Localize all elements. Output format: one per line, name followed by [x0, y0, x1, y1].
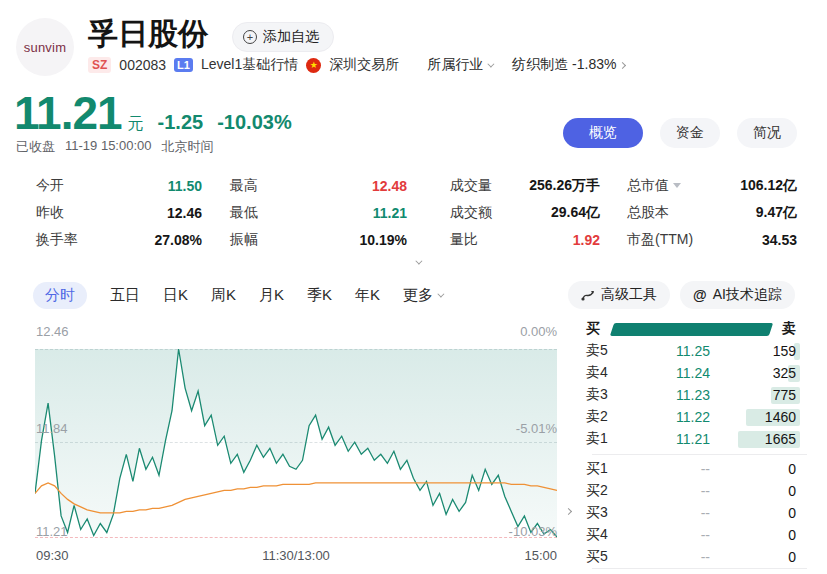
- tab-funds[interactable]: 资金: [660, 118, 720, 148]
- ask-price: 11.23: [628, 387, 710, 403]
- bid-ask-strength-bar: [608, 323, 774, 336]
- current-price: 11.21: [14, 86, 122, 140]
- ask-row-1[interactable]: 卖1 11.21 1665: [586, 428, 796, 450]
- y-axis-top-right: 0.00%: [477, 324, 557, 339]
- stat-label: 总市值: [627, 177, 669, 195]
- market-status-line: 已收盘 11-19 15:00:00 北京时间: [16, 138, 214, 156]
- price-unit: 元: [128, 114, 144, 135]
- tab-profile[interactable]: 简况: [737, 118, 797, 148]
- stat-total-shares: 总股本 9.47亿: [627, 199, 797, 226]
- level1-badge: L1: [174, 58, 193, 72]
- bid-qty: 0: [788, 549, 796, 565]
- market-status: 已收盘: [16, 138, 55, 156]
- tab-overview[interactable]: 概览: [563, 118, 643, 148]
- ask-rows: 卖5 11.25 159 卖4 11.24 325 卖3 11.23 775 卖…: [586, 340, 796, 450]
- ai-track-label: AI技术追踪: [713, 286, 782, 304]
- bid-level: 买4: [586, 526, 628, 544]
- ask-level: 卖4: [586, 364, 628, 382]
- ask-row-5[interactable]: 卖5 11.25 159: [586, 340, 796, 362]
- y-axis-top-left: 12.46: [36, 324, 69, 339]
- bid-qty: 0: [788, 505, 796, 521]
- tab-daily-k[interactable]: 日K: [163, 286, 188, 305]
- tab-intraday[interactable]: 分时: [33, 282, 87, 309]
- stat-turnover-rate: 换手率 27.08%: [36, 226, 202, 253]
- y-axis-bottom-right: -10.03%: [477, 524, 557, 539]
- bid-price: --: [628, 483, 710, 499]
- stats-column-2: 最高 12.48 最低 11.21 振幅 10.19%: [230, 172, 407, 253]
- stat-value: 1.92: [573, 232, 600, 248]
- ask-level: 卖3: [586, 386, 628, 404]
- timezone-label: 北京时间: [162, 138, 214, 156]
- tab-quarterly-k[interactable]: 季K: [307, 286, 332, 305]
- stat-label: 成交额: [450, 204, 492, 222]
- tab-monthly-k[interactable]: 月K: [259, 286, 284, 305]
- tab-weekly-k[interactable]: 周K: [211, 286, 236, 305]
- order-book-bottom-divider: [592, 568, 807, 569]
- bid-qty: 0: [788, 483, 796, 499]
- bid-price: --: [628, 527, 710, 543]
- close-time: 11-19 15:00:00: [65, 138, 152, 156]
- stat-value: 27.08%: [155, 232, 202, 248]
- ask-row-3[interactable]: 卖3 11.23 775: [586, 384, 796, 406]
- x-axis-open: 09:30: [36, 548, 69, 563]
- bid-row-1[interactable]: 买1 -- 0: [586, 458, 796, 480]
- stat-value: 10.19%: [360, 232, 407, 248]
- x-axis-midday: 11:30/13:00: [246, 548, 346, 563]
- add-watchlist-button[interactable]: + 添加自选: [232, 22, 334, 52]
- stat-market-cap: 总市值 106.12亿: [627, 172, 797, 199]
- stat-value: 256.26万手: [529, 177, 600, 195]
- stat-value: 12.46: [167, 205, 202, 221]
- stat-volume-ratio: 量比 1.92: [450, 226, 600, 253]
- ask-row-2[interactable]: 卖2 11.22 1460: [586, 406, 796, 428]
- stat-label: 换手率: [36, 231, 78, 249]
- tab-more[interactable]: 更多: [403, 286, 442, 305]
- advanced-tools-button[interactable]: 高级工具: [568, 281, 670, 309]
- stat-volume: 成交量 256.26万手: [450, 172, 600, 199]
- bid-level: 买5: [586, 548, 628, 566]
- industry-link[interactable]: 纺织制造 -1.83%: [512, 56, 625, 74]
- bid-row-4[interactable]: 买4 -- 0: [586, 524, 796, 546]
- stats-expander[interactable]: [405, 255, 429, 269]
- stat-label: 今开: [36, 177, 64, 195]
- add-watchlist-label: 添加自选: [263, 28, 319, 46]
- ask-level: 卖5: [586, 342, 628, 360]
- ai-track-button[interactable]: @ AI技术追踪: [680, 281, 795, 309]
- ask-label: 卖: [782, 320, 796, 338]
- bid-rows: 买1 -- 0 买2 -- 0 买3 -- 0 买4 -- 0 买5 -- 0: [586, 458, 796, 568]
- stat-value: 12.48: [372, 178, 407, 194]
- stat-value: 106.12亿: [740, 177, 797, 195]
- bid-price: --: [628, 549, 710, 565]
- stats-column-4: 总市值 106.12亿 总股本 9.47亿 市盈(TTM) 34.53: [627, 172, 797, 253]
- triangle-down-icon[interactable]: [673, 183, 681, 188]
- stat-label: 最低: [230, 204, 258, 222]
- stat-label: 市盈(TTM): [627, 231, 693, 249]
- ask-price: 11.21: [628, 431, 710, 447]
- intraday-chart[interactable]: [35, 340, 557, 540]
- ask-level: 卖2: [586, 408, 628, 426]
- stat-value: 11.21: [373, 205, 407, 221]
- industry-dropdown[interactable]: 所属行业: [427, 56, 492, 74]
- tab-5day[interactable]: 五日: [110, 286, 140, 305]
- stat-high: 最高 12.48: [230, 172, 407, 199]
- stat-value: 9.47亿: [756, 204, 797, 222]
- market-badge: SZ: [88, 57, 111, 73]
- stat-value: 29.64亿: [551, 204, 600, 222]
- company-logo: sunvim: [16, 18, 74, 76]
- bid-row-2[interactable]: 买2 -- 0: [586, 480, 796, 502]
- tab-yearly-k[interactable]: 年K: [355, 286, 380, 305]
- price-block: 11.21 元 -1.25 -10.03%: [14, 86, 292, 140]
- bid-row-5[interactable]: 买5 -- 0: [586, 546, 796, 568]
- chevron-down-icon: [437, 291, 444, 298]
- bid-row-3[interactable]: 买3 -- 0: [586, 502, 796, 524]
- y-axis-mid-right: -5.01%: [477, 421, 557, 436]
- ask-level: 卖1: [586, 430, 628, 448]
- panel-expand-arrow[interactable]: [566, 500, 571, 518]
- bid-price: --: [628, 461, 710, 477]
- ask-price: 11.22: [628, 409, 710, 425]
- ask-qty: 159: [773, 343, 796, 359]
- stats-column-3: 成交量 256.26万手 成交额 29.64亿 量比 1.92: [450, 172, 600, 253]
- level1-label: Level1基础行情: [201, 56, 298, 74]
- stock-code: 002083: [119, 57, 166, 73]
- stat-label: 昨收: [36, 204, 64, 222]
- ask-row-4[interactable]: 卖4 11.24 325: [586, 362, 796, 384]
